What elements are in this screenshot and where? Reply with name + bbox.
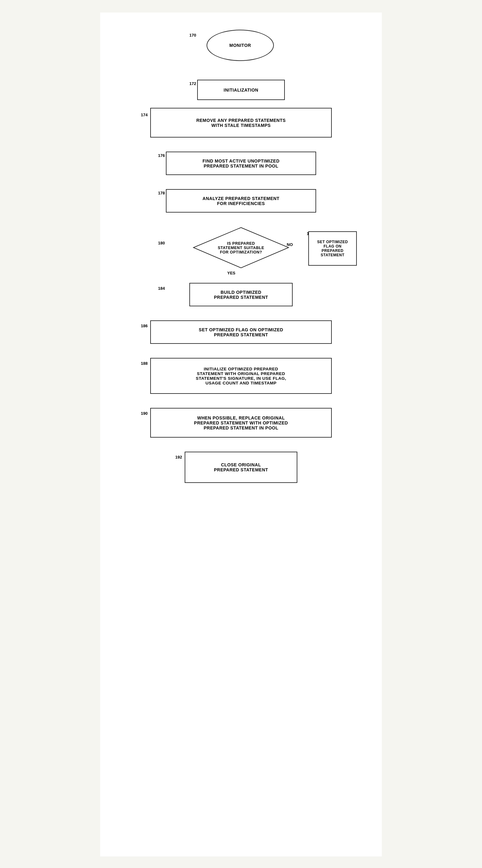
flowchart: 170 MONITOR 172 INITIALIZATION 174 REMOV… bbox=[100, 12, 382, 25]
ref-178: 178 bbox=[158, 191, 165, 195]
initialization-node: INITIALIZATION bbox=[197, 80, 285, 100]
close-node: CLOSE ORIGINAL PREPARED STATEMENT bbox=[185, 452, 297, 483]
ref-176: 176 bbox=[158, 153, 165, 158]
ref-184: 184 bbox=[158, 286, 165, 291]
ref-172: 172 bbox=[189, 81, 196, 86]
yes-label: YES bbox=[227, 271, 235, 275]
remove-stale-node: REMOVE ANY PREPARED STATEMENTS WITH STAL… bbox=[150, 108, 332, 137]
replace-node: WHEN POSSIBLE, REPLACE ORIGINAL PREPARED… bbox=[150, 408, 332, 438]
ref-170: 170 bbox=[189, 33, 196, 37]
analyze-node: ANALYZE PREPARED STATEMENT FOR INEFFICIE… bbox=[166, 189, 316, 213]
ref-174: 174 bbox=[141, 113, 148, 117]
ref-192: 192 bbox=[175, 455, 182, 460]
ref-190: 190 bbox=[141, 411, 148, 416]
ref-186: 186 bbox=[141, 323, 148, 328]
diagram-container: 170 MONITOR 172 INITIALIZATION 174 REMOV… bbox=[100, 12, 382, 857]
build-optimized-node: BUILD OPTIMIZED PREPARED STATEMENT bbox=[189, 283, 293, 306]
set-flag-no-node: SET OPTIMIZED FLAG ON PREPARED STATEMENT bbox=[308, 231, 357, 266]
ref-188: 188 bbox=[141, 361, 148, 366]
initialize-optimized-node: INITIALIZE OPTIMIZED PREPARED STATEMENT … bbox=[150, 358, 332, 394]
ref-180: 180 bbox=[158, 241, 165, 245]
find-most-active-node: FIND MOST ACTIVE UNOPTIMIZED PREPARED ST… bbox=[166, 152, 316, 175]
set-flag-yes-node: SET OPTIMIZED FLAG ON OPTIMIZED PREPARED… bbox=[150, 320, 332, 344]
is-suitable-node: IS PREPARED STATEMENT SUITABLE FOR OPTIM… bbox=[193, 227, 289, 269]
monitor-node: MONITOR bbox=[206, 30, 274, 61]
